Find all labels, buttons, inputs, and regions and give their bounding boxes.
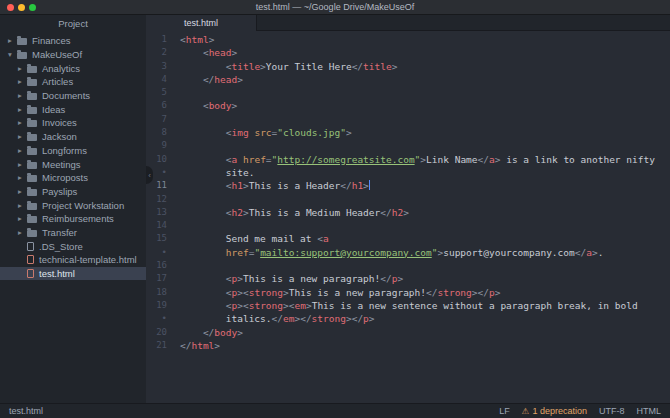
tree-item[interactable]: ▸ Analytics xyxy=(0,61,146,75)
line-number: 12 xyxy=(146,193,176,206)
item-label: Analytics xyxy=(42,63,80,74)
file-icon xyxy=(27,255,34,264)
folder-icon xyxy=(17,38,27,45)
chevron-icon: ▸ xyxy=(18,146,27,155)
tree-item[interactable]: ▸ Finances xyxy=(0,34,146,48)
code-line-text: </html> xyxy=(176,339,220,352)
code-row[interactable]: 18 <p><strong>This is a new paragraph!</… xyxy=(146,286,670,299)
code-row[interactable]: 2 <head> xyxy=(146,46,670,59)
code-row[interactable]: 15 Send me mail at <a xyxy=(146,232,670,245)
folder-icon xyxy=(27,79,37,86)
code-row[interactable]: 4 </head> xyxy=(146,73,670,86)
tree-item[interactable]: ▾ MakeUseOf xyxy=(0,48,146,62)
chevron-icon: ▸ xyxy=(18,187,27,196)
tree-item[interactable]: ▸ Jackson xyxy=(0,130,146,144)
item-label: Reimbursements xyxy=(42,213,114,224)
deprecation-warning[interactable]: ⚠ 1 deprecation xyxy=(522,406,587,416)
code-row[interactable]: 12 xyxy=(146,193,670,206)
tree-item[interactable]: ▸ Documents xyxy=(0,89,146,103)
file-icon xyxy=(27,242,34,251)
tree-item[interactable]: ▸ Project Workstation xyxy=(0,198,146,212)
tree-item[interactable]: technical-template.html xyxy=(0,253,146,267)
item-label: technical-template.html xyxy=(39,254,137,265)
tree-item[interactable]: ▸ Invoices xyxy=(0,116,146,130)
code-row[interactable]: 17 <p>This is a new paragraph!</p> xyxy=(146,272,670,285)
code-row[interactable]: 21</html> xyxy=(146,339,670,352)
item-label: Finances xyxy=(32,35,71,46)
code-line-text xyxy=(176,113,180,126)
code-row[interactable]: 1<html> xyxy=(146,33,670,46)
minimize-window-button[interactable] xyxy=(18,4,25,11)
tree-item[interactable]: ▸ Meetings xyxy=(0,157,146,171)
code-row[interactable]: 6 <body> xyxy=(146,99,670,112)
code-row[interactable]: 14 xyxy=(146,219,670,232)
line-number: 19 xyxy=(146,299,176,312)
line-number: 21 xyxy=(146,339,176,352)
file-icon xyxy=(27,269,34,278)
code-line-text xyxy=(176,193,180,206)
code-row[interactable]: • href="mailto:support@yourcompany.com">… xyxy=(146,246,670,259)
code-row[interactable]: 7 xyxy=(146,113,670,126)
close-window-button[interactable] xyxy=(7,4,14,11)
code-row[interactable]: 5 xyxy=(146,86,670,99)
tab-bar: test.html xyxy=(146,15,670,31)
line-number: 2 xyxy=(146,46,176,59)
tree-item[interactable]: ▸ Articles xyxy=(0,75,146,89)
status-file-name[interactable]: test.html xyxy=(9,406,43,416)
code-row[interactable]: 20 </body> xyxy=(146,326,670,339)
code-row[interactable]: 10 <a href="http://somegreatsite.com">Li… xyxy=(146,153,670,166)
code-row[interactable]: • site. xyxy=(146,166,670,179)
item-label: Articles xyxy=(42,76,73,87)
code-row[interactable]: 9 xyxy=(146,139,670,152)
code-editor[interactable]: 1<html>2 <head>3 <title>Your Title Here<… xyxy=(146,31,670,403)
code-row[interactable]: 13 <h2>This is a Medium Header</h2> xyxy=(146,206,670,219)
line-number: 15 xyxy=(146,232,176,245)
item-label: .DS_Store xyxy=(39,241,83,252)
folder-icon xyxy=(27,134,37,141)
tree-item[interactable]: ▸ Transfer xyxy=(0,226,146,240)
tree-item[interactable]: ▸ Reimbursements xyxy=(0,212,146,226)
item-label: Project Workstation xyxy=(42,200,124,211)
line-number: 9 xyxy=(146,139,176,152)
line-number: 8 xyxy=(146,126,176,139)
chevron-icon: ▸ xyxy=(18,91,27,100)
folder-icon xyxy=(27,175,37,182)
status-bar: test.html LF ⚠ 1 deprecation UTF-8 HTML xyxy=(0,403,670,418)
tree-item[interactable]: ▸ Ideas xyxy=(0,102,146,116)
tab-test-html[interactable]: test.html xyxy=(146,15,257,31)
window-title: test.html — ~/Google Drive/MakeUseOf xyxy=(0,2,670,12)
tree-item[interactable]: .DS_Store xyxy=(0,239,146,253)
tree-item[interactable]: ▸ Payslips xyxy=(0,185,146,199)
code-row[interactable]: 3 <title>Your Title Here</title> xyxy=(146,60,670,73)
tree-item[interactable]: ▸ Longforms xyxy=(0,144,146,158)
main-area: Project ▸ Finances ▾ MakeUseOf ▸ Analyti… xyxy=(0,15,670,403)
zoom-window-button[interactable] xyxy=(29,4,36,11)
code-line-text: italics.</em></strong></p> xyxy=(176,312,375,325)
status-grammar[interactable]: HTML xyxy=(637,406,662,416)
code-line-text xyxy=(176,219,180,232)
item-label: Documents xyxy=(42,90,90,101)
code-row[interactable]: 19 <p><strong><em>This is a new sentence… xyxy=(146,299,670,312)
code-line-text: <p><strong>This is a new paragraph!</str… xyxy=(176,286,500,299)
line-number: 17 xyxy=(146,272,176,285)
item-label: MakeUseOf xyxy=(32,49,82,60)
folder-icon xyxy=(27,120,37,127)
chevron-icon: ▸ xyxy=(18,118,27,127)
traffic-lights xyxy=(0,4,36,11)
tree-item[interactable]: test.html xyxy=(0,267,146,281)
tab-label: test.html xyxy=(184,18,218,28)
folder-icon xyxy=(27,216,37,223)
code-row[interactable]: 8 <img src="clouds.jpg"> xyxy=(146,126,670,139)
code-row[interactable]: 16 xyxy=(146,259,670,272)
folder-icon xyxy=(27,230,37,237)
chevron-icon: ▸ xyxy=(18,173,27,182)
line-number: 18 xyxy=(146,286,176,299)
code-row[interactable]: • italics.</em></strong></p> xyxy=(146,312,670,325)
item-label: Transfer xyxy=(42,227,77,238)
status-line-ending[interactable]: LF xyxy=(499,406,510,416)
status-encoding[interactable]: UTF-8 xyxy=(599,406,625,416)
code-row[interactable]: 11 <h1>This is a Header</h1> xyxy=(146,179,670,192)
folder-icon xyxy=(17,52,27,59)
sidebar: Project ▸ Finances ▾ MakeUseOf ▸ Analyti… xyxy=(0,15,146,403)
tree-item[interactable]: ▸ Microposts xyxy=(0,171,146,185)
